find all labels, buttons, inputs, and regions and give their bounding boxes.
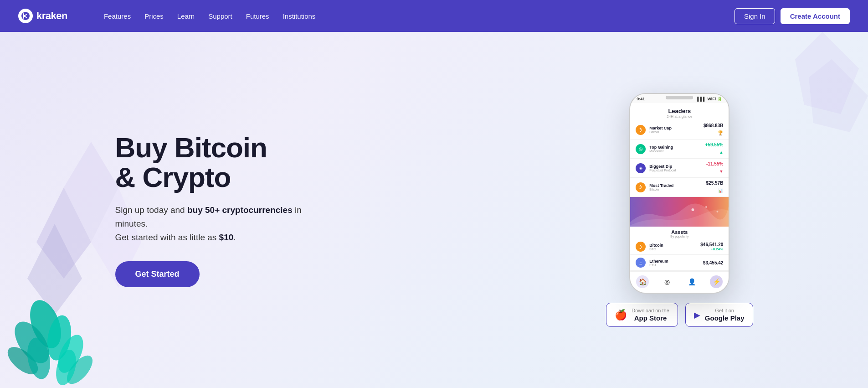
- svg-point-11: [24, 336, 53, 381]
- phone-list-item-1[interactable]: ◎ Top Gaining Moonriver +59.55% ▲: [630, 140, 729, 159]
- phone-assets-section: Assets By popularity ₿ Bitcoin BTC $46,5…: [630, 227, 729, 271]
- nav-link-features[interactable]: Features: [104, 12, 131, 20]
- app-store-name: App Store: [632, 314, 669, 322]
- svg-marker-2: [64, 142, 118, 242]
- apple-icon: 🍎: [615, 309, 627, 321]
- phone-chart: [630, 197, 729, 227]
- asset-info-btc: Bitcoin BTC: [649, 243, 697, 251]
- coin-info-3: Most Traded Bitcoin: [649, 183, 702, 191]
- asset-info-eth: Ethereum ETH: [649, 259, 699, 267]
- phone-status-icons: ▌▌▌ WiFi 🔋: [697, 97, 722, 101]
- svg-point-12: [52, 347, 79, 388]
- coin-icon-btc1: ₿: [636, 125, 646, 135]
- coin-icon-perp: ◈: [636, 163, 646, 173]
- phone-time: 9:41: [637, 97, 645, 101]
- svg-point-0: [21, 12, 30, 20]
- phone-bottom-nav: 🏠 ◎ 👤 ⚡: [630, 271, 729, 293]
- hero-title: Buy Bitcoin & Crypto: [115, 133, 334, 192]
- hero-subtitle: Sign up today and buy 50+ cryptocurrenci…: [115, 203, 334, 245]
- signal-icon: ▌▌▌: [697, 97, 706, 101]
- app-store-button[interactable]: 🍎 Download on the App Store: [606, 303, 678, 326]
- svg-marker-1: [36, 187, 91, 279]
- google-play-button[interactable]: ▶ Get it on Google Play: [685, 303, 753, 326]
- svg-marker-14: [809, 59, 868, 132]
- google-play-name: Google Play: [705, 314, 745, 322]
- nav-link-prices[interactable]: Prices: [144, 12, 164, 20]
- svg-point-9: [3, 342, 43, 379]
- google-play-label-group: Get it on Google Play: [705, 308, 745, 321]
- phone-leaders-subtitle: 24H at a glance: [630, 114, 729, 119]
- svg-point-6: [44, 313, 75, 362]
- coin-icon-btc2: ₿: [636, 182, 646, 192]
- wifi-icon: WiFi: [707, 97, 716, 101]
- deco-right: [777, 32, 868, 214]
- phone-assets-title: Assets By popularity: [630, 227, 729, 239]
- coin-info-2: Biggest Dip Perpetual Protocol: [649, 164, 703, 172]
- phone-status-bar: 9:41 ▌▌▌ WiFi 🔋: [630, 94, 729, 103]
- store-buttons: 🍎 Download on the App Store ▶ Get it on …: [606, 303, 753, 326]
- signin-button[interactable]: Sign In: [734, 8, 775, 24]
- nav-link-futures[interactable]: Futures: [246, 12, 269, 20]
- nav-right: Sign In Create Account: [734, 8, 850, 24]
- nav-link-learn[interactable]: Learn: [177, 12, 195, 20]
- svg-point-16: [692, 208, 694, 211]
- hero-content: Buy Bitcoin & Crypto Sign up today and b…: [115, 93, 753, 326]
- phone-list-item-2[interactable]: ◈ Biggest Dip Perpetual Protocol -11.55%…: [630, 159, 729, 178]
- get-started-button[interactable]: Get Started: [115, 261, 200, 287]
- phone-asset-btc[interactable]: ₿ Bitcoin BTC $46,541.20 +0.24%: [630, 239, 729, 255]
- coin-info-1: Top Gaining Moonriver: [649, 145, 701, 153]
- phone-leaders-header: Leaders 24H at a glance: [630, 103, 729, 120]
- coin-icon-moon: ◎: [636, 144, 646, 154]
- app-store-label-group: Download on the App Store: [632, 308, 669, 321]
- app-store-sublabel: Download on the: [632, 308, 669, 314]
- nav-icon-chart[interactable]: ◎: [661, 275, 673, 288]
- nav-left: kraken Features Prices Learn Support Fut…: [18, 0, 334, 32]
- phone-leaders-title: Leaders: [630, 108, 729, 114]
- create-account-button[interactable]: Create Account: [781, 8, 850, 24]
- logo-icon: [18, 9, 33, 23]
- google-play-icon: ▶: [694, 310, 700, 320]
- hero-section: Buy Bitcoin & Crypto Sign up today and b…: [0, 32, 868, 388]
- hero-text: Buy Bitcoin & Crypto Sign up today and b…: [115, 133, 334, 287]
- nav-links: Features Prices Learn Support Futures In…: [86, 0, 334, 32]
- logo[interactable]: kraken: [18, 9, 67, 23]
- nav-link-institutions[interactable]: Institutions: [283, 12, 316, 20]
- svg-point-17: [705, 206, 707, 208]
- logo-text: kraken: [36, 10, 67, 22]
- phone-notch: [666, 96, 693, 99]
- nav-link-support[interactable]: Support: [208, 12, 232, 20]
- svg-point-7: [8, 316, 56, 369]
- svg-marker-13: [795, 32, 859, 114]
- nav-icon-more[interactable]: ⚡: [710, 275, 723, 288]
- nav-icon-user[interactable]: 👤: [685, 275, 698, 288]
- svg-marker-3: [27, 224, 82, 315]
- asset-icon-eth: Ξ: [636, 258, 646, 268]
- nav-icon-home[interactable]: 🏠: [636, 275, 649, 288]
- svg-point-10: [62, 351, 97, 388]
- phone-list-item-3[interactable]: ₿ Most Traded Bitcoin $25.57B 📊: [630, 178, 729, 197]
- navbar: kraken Features Prices Learn Support Fut…: [0, 0, 868, 32]
- google-play-sublabel: Get it on: [705, 308, 745, 314]
- svg-point-18: [717, 211, 719, 212]
- hero-phone: 9:41 ▌▌▌ WiFi 🔋 Leaders 24H at a glance …: [606, 93, 753, 326]
- phone-asset-eth[interactable]: Ξ Ethereum ETH $3,455.42: [630, 255, 729, 271]
- phone-mockup: 9:41 ▌▌▌ WiFi 🔋 Leaders 24H at a glance …: [629, 93, 729, 294]
- battery-icon: 🔋: [717, 97, 722, 101]
- svg-point-8: [53, 331, 88, 377]
- coin-info-0: Market Cap Bitcoin: [649, 126, 700, 134]
- asset-icon-btc: ₿: [636, 242, 646, 252]
- phone-list-item-0[interactable]: ₿ Market Cap Bitcoin $868.83B 🏆: [630, 120, 729, 140]
- svg-point-5: [24, 296, 67, 352]
